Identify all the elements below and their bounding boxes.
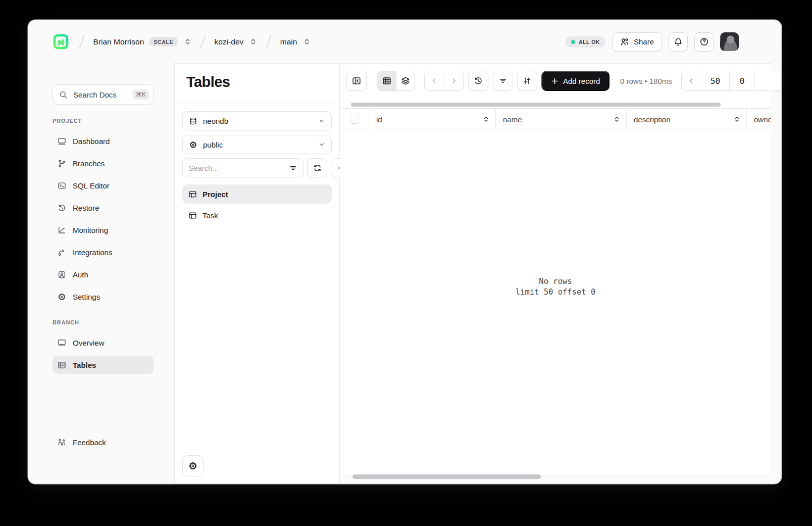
share-button[interactable]: Share — [612, 32, 662, 52]
panel-title: Tables — [186, 74, 339, 90]
page-size-input[interactable]: 50 — [701, 71, 729, 90]
query-stats: 0 rows • 180ms — [620, 77, 672, 85]
breadcrumb-org[interactable]: Brian Morrison SCALE — [93, 37, 192, 46]
column-header-owner[interactable]: owner — [746, 109, 771, 130]
search-docs-input[interactable]: Search Docs ⌘K — [53, 84, 154, 105]
section-label-project: PROJECT — [53, 118, 174, 124]
sidebar: Search Docs ⌘K PROJECT Dashboard Branche… — [28, 63, 174, 484]
sidebar-item-tables[interactable]: Tables — [53, 356, 154, 374]
sidebar-item-branches[interactable]: Branches — [53, 154, 154, 172]
overview-icon — [58, 339, 66, 347]
neon-logo — [53, 34, 69, 50]
divider — [175, 102, 339, 102]
grid-header-row: id name description owner — [340, 108, 771, 130]
plan-badge: SCALE — [149, 37, 178, 46]
sidebar-item-label: Integrations — [73, 248, 112, 257]
user-avatar[interactable] — [720, 32, 739, 51]
filter-icon[interactable] — [289, 164, 297, 172]
sort-icon — [734, 116, 740, 123]
prev-page-button[interactable] — [682, 71, 701, 90]
column-label: name — [503, 115, 614, 124]
select-all-checkbox[interactable] — [350, 115, 359, 124]
sidebar-item-monitoring[interactable]: Monitoring — [53, 221, 154, 239]
filter-icon — [498, 76, 508, 85]
schema-icon — [189, 140, 197, 149]
chevron-up-down-icon[interactable] — [184, 38, 191, 45]
sidebar-item-label: SQL Editor — [73, 181, 110, 190]
sql-editor-icon — [58, 181, 66, 190]
collapse-sidebar-button[interactable] — [346, 71, 367, 91]
chevron-left-icon — [687, 77, 695, 85]
grid-view-button[interactable] — [377, 71, 396, 90]
search-icon — [59, 90, 68, 99]
sidebar-item-label: Restore — [73, 204, 99, 212]
sidebar-item-restore[interactable]: Restore — [53, 199, 154, 217]
table-name: Task — [202, 211, 218, 220]
database-select[interactable]: neondb — [182, 111, 332, 130]
column-header-id[interactable]: id — [369, 109, 495, 130]
layers-icon — [401, 76, 410, 85]
sidebar-item-auth[interactable]: Auth — [53, 265, 154, 283]
schema-select[interactable]: public — [182, 135, 332, 154]
sidebar-item-overview[interactable]: Overview — [53, 333, 154, 352]
next-page-button[interactable] — [754, 71, 781, 90]
column-header-name[interactable]: name — [495, 109, 626, 130]
feedback-icon — [58, 438, 66, 447]
monitoring-icon — [58, 226, 66, 234]
data-view: Add record 0 rows • 180ms 50 0 id name — [340, 63, 771, 474]
panel-settings-button[interactable] — [182, 455, 204, 476]
sidebar-item-label: Dashboard — [73, 137, 110, 146]
integrations-icon — [58, 248, 66, 257]
table-search-field[interactable] — [182, 158, 303, 177]
gear-icon — [188, 461, 197, 470]
grid-horizontal-scrollbar[interactable] — [351, 103, 721, 107]
table-list-item-project[interactable]: Project — [182, 184, 332, 204]
chevron-left-icon — [430, 77, 438, 85]
column-settings-button[interactable] — [517, 71, 537, 91]
project-name: kozi-dev — [215, 37, 244, 46]
neon-console-window: Brian Morrison SCALE kozi-dev main ALL O… — [28, 20, 781, 484]
refresh-tables-button[interactable] — [307, 158, 327, 177]
bell-icon — [674, 37, 683, 46]
query-history-button[interactable] — [468, 71, 488, 91]
breadcrumb-project[interactable]: kozi-dev — [215, 37, 258, 46]
breadcrumb-separator — [200, 35, 206, 49]
notifications-button[interactable] — [669, 32, 688, 52]
pagination-control: 50 0 — [681, 71, 781, 91]
auth-icon — [58, 270, 66, 279]
help-button[interactable] — [694, 32, 714, 52]
table-name: Project — [202, 190, 228, 199]
column-header-description[interactable]: description — [626, 109, 746, 130]
settings-icon — [58, 293, 66, 301]
next-record-button[interactable] — [444, 71, 463, 90]
sidebar-item-label: Feedback — [73, 438, 106, 447]
panel-horizontal-scrollbar[interactable] — [352, 474, 541, 479]
sidebar-item-sql-editor[interactable]: SQL Editor — [53, 176, 154, 195]
add-record-label: Add record — [563, 77, 600, 85]
sort-icon — [483, 116, 489, 123]
dashboard-icon — [58, 137, 66, 146]
sidebar-item-feedback[interactable]: Feedback — [53, 433, 154, 451]
header-actions: ALL OK Share — [566, 32, 781, 52]
sliders-icon — [523, 76, 532, 85]
sidebar-item-integrations[interactable]: Integrations — [53, 243, 154, 261]
chevron-up-down-icon[interactable] — [249, 38, 257, 45]
chevron-up-down-icon[interactable] — [303, 38, 311, 45]
filter-rows-button[interactable] — [493, 71, 513, 91]
sidebar-item-dashboard[interactable]: Dashboard — [53, 132, 154, 150]
keyboard-shortcut-badge: ⌘K — [133, 89, 149, 100]
status-badge[interactable]: ALL OK — [566, 36, 605, 47]
table-search-input[interactable] — [188, 164, 289, 172]
sidebar-item-label: Monitoring — [73, 226, 108, 234]
sidebar-item-settings[interactable]: Settings — [53, 288, 154, 306]
page-offset-input[interactable]: 0 — [729, 71, 754, 90]
add-record-button[interactable]: Add record — [541, 71, 610, 91]
layers-view-button[interactable] — [396, 71, 415, 90]
record-nav-segmented-control — [424, 71, 464, 91]
table-list-item-task[interactable]: Task — [182, 206, 332, 225]
database-icon — [189, 117, 197, 125]
search-docs-label: Search Docs — [73, 90, 127, 99]
prev-record-button[interactable] — [425, 71, 444, 90]
chevron-right-icon — [450, 77, 458, 85]
breadcrumb-branch[interactable]: main — [280, 37, 311, 46]
